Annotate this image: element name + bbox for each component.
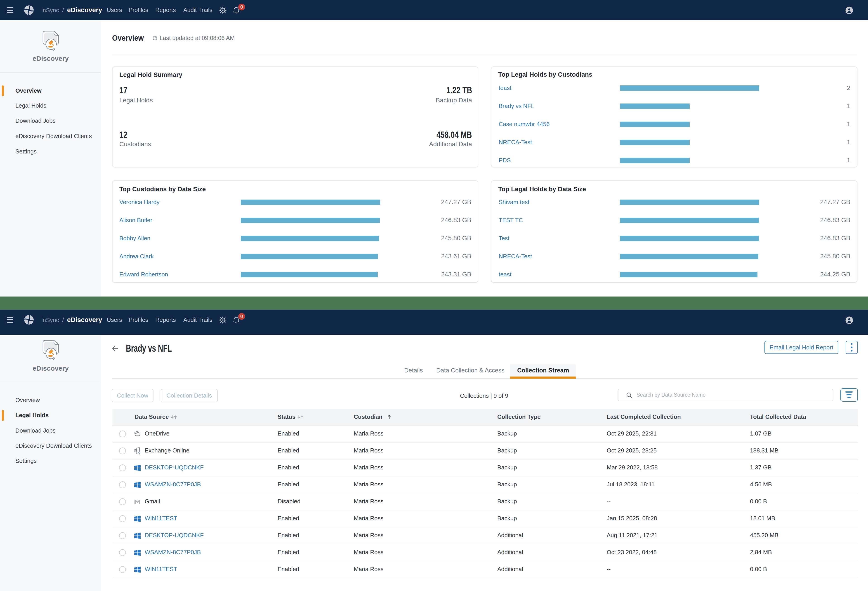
svg-text:E: E [135,450,137,452]
